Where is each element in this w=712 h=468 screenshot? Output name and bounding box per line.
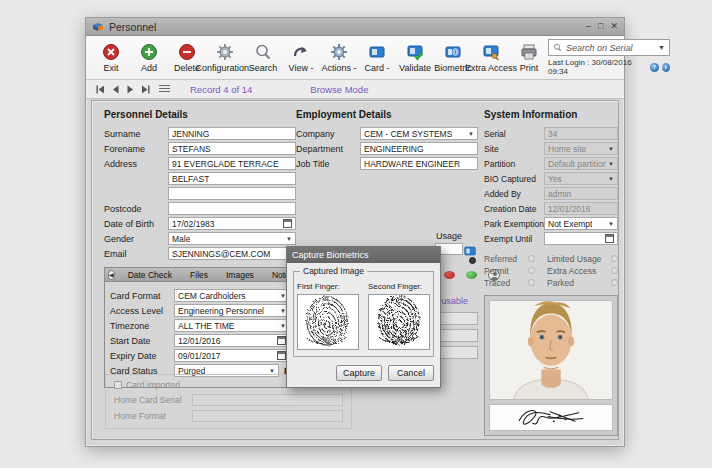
exempt-until-field[interactable] bbox=[544, 232, 618, 245]
address-field-3[interactable] bbox=[168, 187, 296, 200]
parked-label: Parked bbox=[547, 278, 605, 288]
card-imported-checkbox[interactable] bbox=[114, 381, 122, 389]
traced-label: Traced bbox=[484, 278, 528, 288]
personnel-window: Personnel – □ ✕ Exit Add Delete Configur… bbox=[85, 17, 625, 447]
date-of-birth-field[interactable]: 17/02/1983 bbox=[168, 217, 296, 230]
expiry-date-field[interactable]: 09/01/2017 bbox=[174, 349, 290, 362]
activate-icon[interactable] bbox=[466, 271, 477, 279]
email-field[interactable]: SJENNINGS@CEM.COM bbox=[168, 247, 296, 260]
tab-files[interactable]: Files bbox=[181, 270, 217, 280]
gender-select[interactable]: Male▼ bbox=[168, 232, 296, 245]
park-exemption-select[interactable]: Not Exempt▼ bbox=[544, 217, 618, 230]
capture-button[interactable]: Capture bbox=[336, 365, 382, 381]
photo-panel bbox=[484, 295, 618, 436]
validate-button[interactable]: Validate bbox=[396, 38, 434, 78]
department-field[interactable]: ENGINEERING bbox=[360, 142, 478, 155]
parked-radio[interactable] bbox=[611, 279, 618, 286]
site-select: Home site▼ bbox=[544, 142, 618, 155]
calendar-icon[interactable] bbox=[605, 234, 614, 243]
extra-access-button[interactable]: Extra Access bbox=[472, 38, 510, 78]
calendar-icon[interactable] bbox=[283, 219, 292, 228]
help-icon[interactable]: ? bbox=[650, 63, 658, 72]
site-label: Site bbox=[484, 144, 544, 154]
calendar-icon[interactable] bbox=[277, 336, 286, 345]
add-button[interactable]: Add bbox=[130, 38, 168, 78]
home-format-field[interactable] bbox=[192, 410, 343, 422]
configuration-icon bbox=[216, 43, 234, 61]
delete-icon bbox=[178, 43, 196, 61]
limited-usage-radio[interactable] bbox=[611, 255, 618, 262]
timezone-select[interactable]: ALL THE TIME▼ bbox=[174, 319, 290, 332]
search-button[interactable]: Search bbox=[244, 38, 282, 78]
job-title-field[interactable]: HARDWARE ENGINEER bbox=[360, 157, 478, 170]
extra-access-label: Extra Access bbox=[547, 266, 605, 276]
record-list-icon[interactable] bbox=[159, 85, 170, 94]
card-details-panel: Card Format CEM Cardholders▼ Access Leve… bbox=[104, 281, 296, 388]
chevron-down-icon: ▼ bbox=[278, 293, 286, 299]
search-dropdown-icon[interactable]: ▼ bbox=[658, 44, 665, 51]
first-record-icon[interactable] bbox=[96, 85, 105, 94]
park-exemption-label: Park Exemption bbox=[484, 219, 544, 229]
added-by-label: Added By bbox=[484, 189, 544, 199]
validate-icon bbox=[406, 43, 424, 61]
biometric-icon bbox=[444, 43, 462, 61]
dialog-title-bar[interactable]: Capture Biometrics bbox=[287, 247, 440, 263]
home-card-serial-field[interactable] bbox=[192, 394, 343, 406]
maximize-icon[interactable]: □ bbox=[598, 22, 603, 31]
start-date-field[interactable]: 12/01/2016 bbox=[174, 334, 290, 347]
chevron-down-icon: ▼ bbox=[267, 368, 275, 374]
department-label: Department bbox=[296, 144, 360, 154]
dialog-title: Capture Biometrics bbox=[292, 250, 369, 260]
close-icon[interactable]: ✕ bbox=[610, 22, 618, 31]
cancel-button[interactable]: Cancel bbox=[388, 365, 434, 381]
info-icon[interactable]: i bbox=[662, 63, 670, 72]
print-button[interactable]: Print bbox=[510, 38, 548, 78]
search-icon bbox=[254, 43, 272, 61]
card-format-select[interactable]: CEM Cardholders▼ bbox=[174, 289, 290, 302]
record-navbar: Record 4 of 14 Browse Mode bbox=[86, 80, 624, 99]
company-select[interactable]: CEM - CEM SYSTEMS▼ bbox=[360, 127, 478, 140]
forename-field[interactable]: STEFANS bbox=[168, 142, 296, 155]
tab-images[interactable]: Images bbox=[217, 270, 263, 280]
access-level-select[interactable]: Engineering Personnel▼ bbox=[174, 304, 290, 317]
search-placeholder: Search on Serial bbox=[566, 43, 654, 53]
browse-mode-label[interactable]: Browse Mode bbox=[310, 84, 368, 95]
address-field-1[interactable]: 91 EVERGLADE TERRACE bbox=[168, 157, 296, 170]
partition-select: Default partition▼ bbox=[544, 157, 618, 170]
postcode-field[interactable] bbox=[168, 202, 296, 215]
add-icon bbox=[140, 43, 158, 61]
postcode-label: Postcode bbox=[104, 204, 168, 214]
actions-button[interactable]: Actions - bbox=[320, 38, 358, 78]
traced-radio[interactable] bbox=[528, 279, 535, 286]
referred-label: Referred bbox=[484, 254, 528, 264]
previous-record-icon[interactable] bbox=[111, 85, 120, 94]
date-of-birth-label: Date of Birth bbox=[104, 219, 168, 229]
email-label: Email bbox=[104, 249, 168, 259]
surname-field[interactable]: JENNING bbox=[168, 127, 296, 140]
referred-radio[interactable] bbox=[528, 255, 535, 262]
card-tabstrip: ◀ Date Check Files Images Notes bbox=[104, 267, 296, 281]
permit-radio[interactable] bbox=[528, 267, 535, 274]
record-dot-icon[interactable] bbox=[469, 257, 476, 264]
print-icon bbox=[520, 43, 538, 61]
creation-date-field: 12/01/2016 bbox=[544, 202, 618, 215]
serial-search-input[interactable]: Search on Serial ▼ bbox=[548, 39, 670, 56]
card-format-label: Card Format bbox=[110, 291, 174, 301]
card-button[interactable]: Card - bbox=[358, 38, 396, 78]
system-information-section: System Information Serial 34 Site Home s… bbox=[484, 109, 618, 436]
view-button[interactable]: View - bbox=[282, 38, 320, 78]
configuration-button[interactable]: Configuration - bbox=[206, 38, 244, 78]
last-login-text: Last Login : 30/08/2016 09:34 bbox=[548, 58, 647, 76]
record-counter: Record 4 of 14 bbox=[190, 84, 252, 95]
minimize-icon[interactable]: – bbox=[586, 22, 591, 31]
captured-image-group: Captured Image First Finger: bbox=[293, 271, 434, 357]
last-record-icon[interactable] bbox=[141, 85, 150, 94]
deactivate-icon[interactable] bbox=[444, 271, 455, 279]
address-field-2[interactable]: BELFAST bbox=[168, 172, 296, 185]
tab-back-icon[interactable]: ◀ bbox=[108, 270, 115, 280]
tab-date-check[interactable]: Date Check bbox=[119, 270, 181, 280]
calendar-icon[interactable] bbox=[277, 351, 286, 360]
exit-button[interactable]: Exit bbox=[92, 38, 130, 78]
next-record-icon[interactable] bbox=[126, 85, 135, 94]
extra-access-radio[interactable] bbox=[611, 267, 618, 274]
